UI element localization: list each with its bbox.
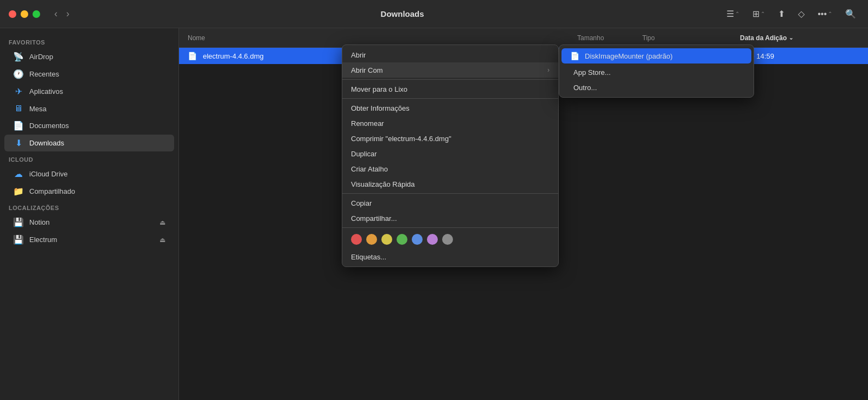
sidebar: Favoritos 📡 AirDrop 🕐 Recentes ✈ Aplicat…: [0, 28, 179, 400]
sidebar-item-label: AirDrop: [29, 53, 53, 61]
context-menu: Abrir Abrir Com › Mover para o Lixo Obte…: [342, 45, 559, 267]
icloud-label: iCloud: [0, 152, 178, 165]
main-content: Favoritos 📡 AirDrop 🕐 Recentes ✈ Aplicat…: [0, 28, 868, 400]
file-icon: 📄: [188, 52, 199, 60]
context-menu-abrir-com[interactable]: Abrir Com ›: [342, 62, 558, 78]
minimize-button[interactable]: [21, 10, 28, 18]
color-orange-dot[interactable]: [366, 234, 377, 245]
color-red-dot[interactable]: [351, 234, 362, 245]
tag-icon[interactable]: ◇: [795, 7, 808, 21]
file-area: Nome Tamanho Tipo Data da Adição ⌄ 📄 ele…: [179, 28, 868, 400]
downloads-icon: ⬇: [13, 138, 24, 148]
context-menu-mover-lixo[interactable]: Mover para o Lixo: [342, 81, 558, 97]
mesa-icon: 🖥: [13, 104, 24, 113]
icloud-drive-icon: ☁: [13, 169, 24, 179]
submenu-arrow-icon: ›: [547, 66, 550, 74]
col-tamanho[interactable]: Tamanho: [577, 34, 642, 42]
eject-notion-icon[interactable]: ⏏: [159, 219, 165, 226]
share-icon[interactable]: ⬆: [775, 7, 788, 21]
airdrop-icon: 📡: [13, 52, 24, 62]
submenu: 📄 DiskImageMounter (padrão) App Store...…: [559, 45, 754, 98]
color-green-dot[interactable]: [397, 234, 407, 245]
traffic-lights: [9, 10, 40, 18]
sidebar-item-label: Electrum: [29, 236, 57, 244]
context-menu-visualizacao-rapida[interactable]: Visualização Rápida: [342, 176, 558, 192]
favoritos-label: Favoritos: [0, 35, 178, 48]
back-button[interactable]: ‹: [51, 7, 61, 21]
disk-image-icon: 📄: [570, 52, 579, 60]
maximize-button[interactable]: [33, 10, 40, 18]
color-purple-dot[interactable]: [427, 234, 438, 245]
separator: [342, 227, 558, 228]
list-view-icon[interactable]: ☰ ⌃: [723, 7, 743, 21]
sidebar-item-label: Compartilhado: [29, 187, 75, 195]
submenu-app-store[interactable]: App Store...: [559, 65, 754, 80]
aplicativos-icon: ✈: [13, 86, 24, 97]
more-options-icon[interactable]: ••• ⌃: [814, 7, 835, 21]
color-dots-row: [342, 230, 558, 249]
context-menu-renomear[interactable]: Renomear: [342, 116, 558, 131]
sidebar-item-label: Mesa: [29, 105, 47, 113]
context-menu-etiquetas[interactable]: Etiquetas...: [342, 249, 558, 264]
submenu-outro[interactable]: Outro...: [559, 80, 754, 95]
context-menu-criar-atalho[interactable]: Criar Atalho: [342, 161, 558, 176]
context-menu-comprimir[interactable]: Comprimir "electrum-4.4.6.dmg": [342, 131, 558, 146]
sidebar-item-recentes[interactable]: 🕐 Recentes: [4, 66, 174, 82]
sidebar-item-aplicativos[interactable]: ✈ Aplicativos: [4, 83, 174, 100]
sidebar-item-mesa[interactable]: 🖥 Mesa: [4, 100, 174, 117]
toolbar-actions: ☰ ⌃ ⊞ ⌃ ⬆ ◇ ••• ⌃ 🔍: [723, 7, 859, 21]
sidebar-item-documentos[interactable]: 📄 Documentos: [4, 117, 174, 134]
sidebar-item-icloud-drive[interactable]: ☁ iCloud Drive: [4, 166, 174, 182]
sidebar-item-notion[interactable]: 💾 Notion ⏏: [4, 214, 174, 231]
sidebar-item-airdrop[interactable]: 📡 AirDrop: [4, 48, 174, 65]
electrum-icon: 💾: [13, 234, 24, 245]
context-menu-obter-informacoes[interactable]: Obter Informações: [342, 100, 558, 116]
sidebar-item-electrum[interactable]: 💾 Electrum ⏏: [4, 231, 174, 248]
sidebar-item-label: Recentes: [29, 70, 59, 78]
sidebar-item-label: Aplicativos: [29, 87, 63, 96]
separator: [342, 193, 558, 194]
close-button[interactable]: [9, 10, 16, 18]
forward-button[interactable]: ›: [63, 7, 73, 21]
search-icon[interactable]: 🔍: [842, 7, 859, 21]
localizacoes-label: Localizações: [0, 200, 178, 213]
color-blue-dot[interactable]: [412, 234, 423, 245]
documentos-icon: 📄: [13, 120, 24, 131]
titlebar: ‹ › Downloads ☰ ⌃ ⊞ ⌃ ⬆ ◇ ••• ⌃ 🔍: [0, 0, 868, 28]
separator: [342, 98, 558, 99]
file-date: Hoje 14:59: [740, 52, 859, 60]
notion-icon: 💾: [13, 217, 24, 227]
compartilhado-icon: 📁: [13, 186, 24, 196]
col-tipo[interactable]: Tipo: [642, 34, 740, 42]
sidebar-item-label: Documentos: [29, 122, 69, 130]
grid-view-icon[interactable]: ⊞ ⌃: [749, 7, 768, 21]
recentes-icon: 🕐: [13, 69, 24, 79]
submenu-disk-image-mounter[interactable]: 📄 DiskImageMounter (padrão): [561, 48, 751, 64]
sidebar-item-downloads[interactable]: ⬇ Downloads: [4, 135, 174, 151]
sidebar-item-label: iCloud Drive: [29, 170, 68, 178]
color-gray-dot[interactable]: [442, 234, 453, 245]
separator: [342, 79, 558, 80]
context-menu-duplicar[interactable]: Duplicar: [342, 146, 558, 161]
color-yellow-dot[interactable]: [381, 234, 392, 245]
window-title: Downloads: [81, 9, 723, 18]
sidebar-item-label: Notion: [29, 218, 50, 226]
sidebar-item-compartilhado[interactable]: 📁 Compartilhado: [4, 183, 174, 200]
col-nome[interactable]: Nome: [188, 34, 577, 42]
context-menu-copiar[interactable]: Copiar: [342, 195, 558, 211]
context-menu-abrir[interactable]: Abrir: [342, 47, 558, 62]
col-data[interactable]: Data da Adição ⌄: [740, 34, 859, 42]
nav-arrows: ‹ ›: [51, 7, 73, 21]
eject-electrum-icon[interactable]: ⏏: [159, 236, 165, 244]
sidebar-item-label: Downloads: [29, 139, 64, 147]
context-menu-compartilhar[interactable]: Compartilhar...: [342, 211, 558, 226]
